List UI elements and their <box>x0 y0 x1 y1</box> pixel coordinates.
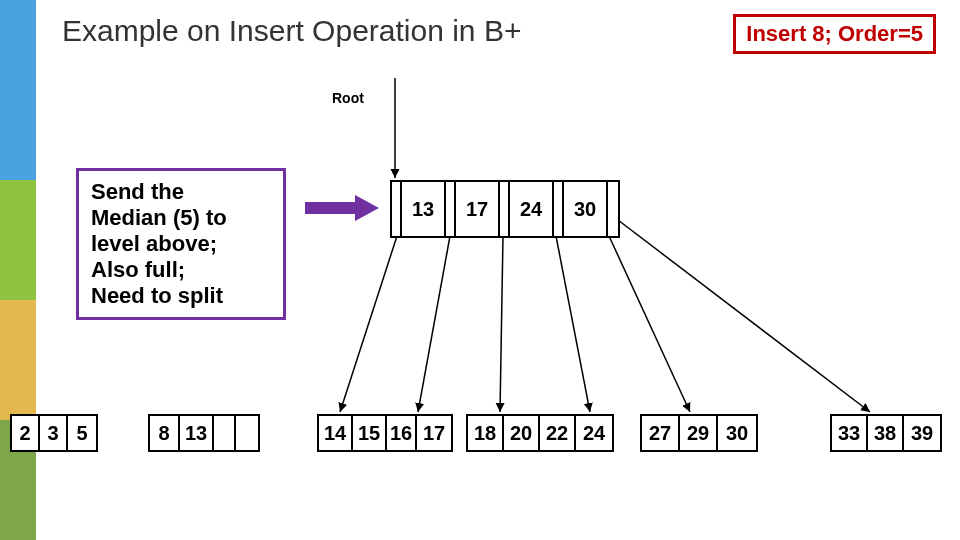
note-line: level above; <box>91 231 271 257</box>
root-key: 24 <box>510 182 554 236</box>
leaf-key: 5 <box>68 416 96 450</box>
leaf-key: 20 <box>504 416 540 450</box>
leaf-key: 30 <box>718 416 756 450</box>
sidebar-stripe-1 <box>0 0 36 180</box>
leaf-node-0: 2 3 5 <box>10 414 98 452</box>
sidebar-stripe-3 <box>0 300 36 420</box>
leaf-key: 15 <box>353 416 387 450</box>
leaf-node-1: 8 13 <box>148 414 260 452</box>
svg-line-3 <box>500 236 503 412</box>
leaf-blank <box>214 416 236 450</box>
root-node: 13 17 24 30 <box>390 180 620 238</box>
root-key: 17 <box>456 182 500 236</box>
svg-line-6 <box>618 220 870 412</box>
svg-line-4 <box>556 236 590 412</box>
leaf-node-3: 18 20 22 24 <box>466 414 614 452</box>
note-line: Median (5) to <box>91 205 271 231</box>
slide-title: Example on Insert Operation in B+ <box>62 14 521 48</box>
note-line: Also full; <box>91 257 271 283</box>
root-label: Root <box>332 90 364 106</box>
leaf-key: 13 <box>180 416 214 450</box>
leaf-key: 8 <box>150 416 180 450</box>
leaf-node-2: 14 15 16 17 <box>317 414 453 452</box>
leaf-key: 33 <box>832 416 868 450</box>
leaf-key: 16 <box>387 416 417 450</box>
leaf-blank <box>236 416 258 450</box>
sidebar-stripe-2 <box>0 180 36 300</box>
leaf-node-4: 27 29 30 <box>640 414 758 452</box>
leaf-key: 22 <box>540 416 576 450</box>
leaf-key: 2 <box>12 416 40 450</box>
leaf-key: 27 <box>642 416 680 450</box>
insert-operation-box: Insert 8; Order=5 <box>733 14 936 54</box>
leaf-key: 14 <box>319 416 353 450</box>
root-key: 13 <box>402 182 446 236</box>
note-line: Send the <box>91 179 271 205</box>
root-key: 30 <box>564 182 608 236</box>
leaf-node-5: 33 38 39 <box>830 414 942 452</box>
leaf-key: 38 <box>868 416 904 450</box>
leaf-key: 29 <box>680 416 718 450</box>
note-line: Need to split <box>91 283 271 309</box>
leaf-key: 39 <box>904 416 940 450</box>
leaf-key: 24 <box>576 416 612 450</box>
svg-line-5 <box>609 236 690 412</box>
leaf-key: 3 <box>40 416 68 450</box>
arrow-icon <box>305 195 379 221</box>
leaf-key: 18 <box>468 416 504 450</box>
svg-line-1 <box>340 236 397 412</box>
svg-line-2 <box>418 236 450 412</box>
leaf-key: 17 <box>417 416 451 450</box>
note-box: Send the Median (5) to level above; Also… <box>76 168 286 320</box>
